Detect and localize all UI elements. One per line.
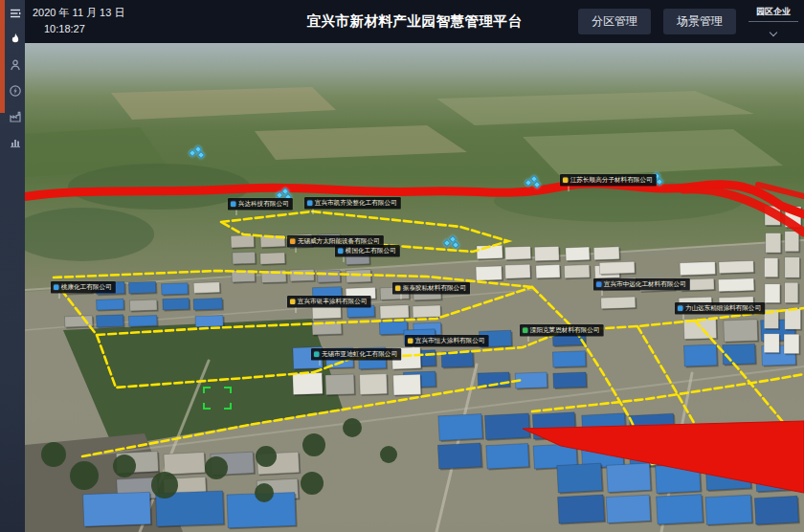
map-viewport[interactable]: 兴达科技有限公司宜兴市凯齐染整化工有限公司无锡威方太阳能设备有限公司横国化工有限… xyxy=(25,43,804,532)
company-label[interactable]: 无锡市亚迪虹化工有限公司 xyxy=(311,348,401,361)
company-label-text: 宜兴市恒大涂料有限公司 xyxy=(415,337,485,345)
company-marker-icon xyxy=(290,299,295,304)
scene-manage-button[interactable]: 场景管理 xyxy=(663,9,736,34)
company-marker-icon xyxy=(395,286,400,291)
company-marker-icon xyxy=(338,249,343,254)
sensor-marker[interactable] xyxy=(443,235,460,249)
left-sidebar xyxy=(0,0,25,532)
company-marker-icon xyxy=(596,282,601,287)
company-marker-icon xyxy=(54,285,58,290)
fire-icon[interactable] xyxy=(6,30,25,49)
company-marker-icon xyxy=(408,339,413,344)
company-label-text: 兴达科技有限公司 xyxy=(238,200,289,209)
menu-icon[interactable] xyxy=(6,4,25,23)
bar-chart-icon[interactable] xyxy=(6,133,25,152)
enterprise-dropdown-label: 园区企业 xyxy=(748,6,798,22)
company-label[interactable]: 溧阳克莱恩材料有限公司 xyxy=(520,324,604,337)
company-label-text: 江苏长顺高分子材料有限公司 xyxy=(570,176,653,185)
company-label[interactable]: 宜兴市银丰涂料有限公司 xyxy=(287,296,371,308)
company-marker-icon xyxy=(307,201,312,206)
company-label[interactable]: 宜兴市恒大涂料有限公司 xyxy=(405,335,489,347)
company-label[interactable]: 横国化工有限公司 xyxy=(335,245,400,257)
chevron-down-icon xyxy=(770,29,777,36)
company-label-text: 无锡市亚迪虹化工有限公司 xyxy=(322,350,397,359)
company-marker-icon xyxy=(290,239,295,244)
company-marker-icon xyxy=(678,306,682,311)
company-label-text: 力山远东精细涂料有限公司 xyxy=(685,304,761,313)
company-label[interactable]: 兴达科技有限公司 xyxy=(228,198,293,211)
smart-park-dashboard: 2020 年 11 月 13 日 10:18:27 宜兴市新材料产业园智慧管理平… xyxy=(0,0,804,532)
sensor-marker[interactable] xyxy=(189,145,206,159)
company-label[interactable]: 桃康化工有限公司 xyxy=(51,281,116,294)
company-label[interactable]: 振泰胶粘材料有限公司 xyxy=(392,282,470,295)
enterprise-dropdown[interactable]: 园区企业 xyxy=(748,4,798,39)
company-label-text: 溧阳克莱恩材料有限公司 xyxy=(530,326,600,335)
power-icon[interactable] xyxy=(6,81,25,100)
sensor-marker[interactable] xyxy=(525,175,542,188)
company-label[interactable]: 力山远东精细涂料有限公司 xyxy=(675,302,765,315)
company-label-text: 宜兴市中远化工材料有限公司 xyxy=(604,280,686,289)
company-label-text: 桃康化工有限公司 xyxy=(61,283,112,292)
company-label[interactable]: 宜兴市中远化工材料有限公司 xyxy=(593,278,690,291)
person-icon[interactable] xyxy=(6,55,25,75)
company-marker-icon xyxy=(231,202,235,207)
selection-bracket xyxy=(203,387,232,410)
company-label[interactable]: 宜兴市凯齐染整化工有限公司 xyxy=(304,197,401,210)
company-label[interactable]: 江苏长顺高分子材料有限公司 xyxy=(560,174,657,187)
company-marker-icon xyxy=(563,178,568,183)
company-label-text: 宜兴市银丰涂料有限公司 xyxy=(298,298,368,306)
company-label-text: 宜兴市凯齐染整化工有限公司 xyxy=(315,199,397,208)
top-bar: 2020 年 11 月 13 日 10:18:27 宜兴市新材料产业园智慧管理平… xyxy=(25,0,804,43)
factory-icon[interactable] xyxy=(6,107,25,126)
zone-manage-button[interactable]: 分区管理 xyxy=(578,9,651,34)
company-label-text: 振泰胶粘材料有限公司 xyxy=(403,284,466,293)
company-label-text: 横国化工有限公司 xyxy=(346,247,396,255)
company-marker-icon xyxy=(314,352,319,357)
company-marker-icon xyxy=(523,328,527,333)
